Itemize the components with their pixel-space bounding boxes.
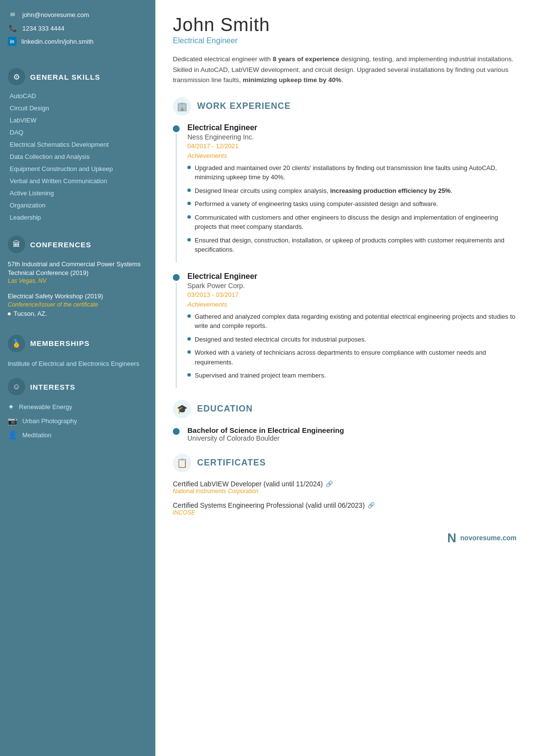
- skill-data-collection: Data Collection and Analysis: [8, 153, 148, 160]
- skill-daq: DAQ: [8, 129, 148, 136]
- linkedin-icon: in: [8, 37, 17, 46]
- certificates-section-title: CERTIFICATES: [197, 458, 266, 468]
- cert-1-link-icon[interactable]: 🔗: [326, 481, 333, 487]
- timeline-line: [176, 134, 177, 262]
- job-1: Electrical Engineer Ness Engineering Inc…: [173, 123, 517, 262]
- interests-list: ✦ Renewable Energy 📷 Urban Photography 👤…: [8, 402, 148, 445]
- logo-text: novoresume.com: [460, 534, 517, 542]
- bullet-dot: [187, 373, 191, 377]
- job-2-achievements-label: Achievements: [187, 301, 517, 308]
- job-1-dates: 04/2017 - 12/2021: [187, 142, 517, 150]
- job-1-bullet-5: Ensured that design, construction, insta…: [187, 236, 517, 255]
- skill-communication: Verbal and Written Communication: [8, 177, 148, 185]
- skill-leadership: Leadership: [8, 214, 148, 221]
- work-experience-section: 🏢 WORK EXPERIENCE Electrical Engineer Ne…: [173, 97, 517, 388]
- education-icon: 🎓: [173, 400, 191, 418]
- education-header: 🎓 EDUCATION: [173, 400, 517, 418]
- skill-schematics: Electrical Schematics Development: [8, 141, 148, 148]
- skill-labview: LabVIEW: [8, 117, 148, 124]
- candidate-name: John Smith: [173, 15, 517, 35]
- bullet-dot: [187, 202, 191, 205]
- certificates-header: 📋 CERTIFICATES: [173, 454, 517, 472]
- bullet-dot: [187, 350, 191, 354]
- skill-listening: Active Listening: [8, 189, 148, 197]
- skill-circuit-design: Circuit Design: [8, 104, 148, 112]
- job-1-bullet-1: Upgraded and maintained over 20 clients'…: [187, 163, 517, 182]
- skill-autocad: AutoCAD: [8, 92, 148, 100]
- job-1-content: Electrical Engineer Ness Engineering Inc…: [187, 123, 517, 262]
- memberships-list: Institute of Electrical and Electronics …: [8, 359, 148, 369]
- skill-organization: Organization: [8, 202, 148, 209]
- interest-renewable: ✦ Renewable Energy: [8, 402, 148, 412]
- cert-2: Certified Systems Engineering Profession…: [173, 501, 517, 516]
- job-1-title: Electrical Engineer: [187, 123, 517, 132]
- sidebar: ✉ john@novoresume.com 📞 1234 333 4444 in…: [0, 0, 155, 756]
- interest-meditation: 👤 Meditation: [8, 430, 148, 440]
- job-1-bullet-2: Designed linear circuits using complex a…: [187, 186, 517, 196]
- bullet-dot: [187, 337, 191, 341]
- photography-icon: 📷: [8, 416, 17, 426]
- skills-icon: ⚙: [8, 68, 25, 86]
- conference-2-city: Tucson, AZ.: [8, 310, 148, 317]
- interest-photography: 📷 Urban Photography: [8, 416, 148, 426]
- candidate-title: Electrical Engineer: [173, 36, 517, 45]
- cert-1: Certified LabVIEW Developer (valid until…: [173, 480, 517, 495]
- job-2: Electrical Engineer Spark Power Corp. 03…: [173, 272, 517, 388]
- timeline-line: [176, 283, 177, 388]
- job-2-content: Electrical Engineer Spark Power Corp. 03…: [187, 272, 517, 388]
- job-2-bullet-1: Gathered and analyzed complex data regar…: [187, 312, 517, 331]
- logo-n-icon: N: [447, 531, 456, 546]
- work-experience-header: 🏢 WORK EXPERIENCE: [173, 97, 517, 116]
- bullet-dot: [187, 238, 191, 241]
- phone-icon: 📞: [8, 23, 17, 33]
- contact-phone: 📞 1234 333 4444: [8, 23, 148, 33]
- job-2-dates: 03/2013 - 03/2017: [187, 291, 517, 298]
- timeline-dot: [173, 274, 180, 281]
- job-2-bullet-3: Worked with a variety of technicians acr…: [187, 348, 517, 367]
- certificates-section: 📋 CERTIFICATES Certified LabVIEW Develop…: [173, 454, 517, 516]
- edu-degree: Bachelor of Science in Electrical Engine…: [187, 426, 517, 434]
- cert-1-issuer: National Instruments Corporation: [173, 488, 517, 495]
- job-1-bullet-3: Performed a variety of engineering tasks…: [187, 199, 517, 209]
- summary: Dedicated electrical engineer with 8 yea…: [173, 54, 517, 86]
- job-2-company: Spark Power Corp.: [187, 282, 517, 290]
- work-icon: 🏢: [173, 97, 191, 116]
- cert-2-name: Certified Systems Engineering Profession…: [173, 501, 517, 509]
- conferences-header: 🏛 CONFERENCES: [8, 236, 148, 253]
- bullet-dot: [187, 166, 191, 169]
- memberships-icon: 🏅: [8, 335, 25, 352]
- job-2-bullet-4: Supervised and trained project team memb…: [187, 371, 517, 380]
- footer-logo: N novoresume.com: [173, 531, 517, 546]
- job-1-bullet-4: Communicated with customers and other en…: [187, 213, 517, 232]
- conference-2: Electrical Safety Workshop (2019) Confer…: [8, 292, 148, 317]
- job-1-company: Ness Engineering Inc.: [187, 133, 517, 141]
- cert-2-link-icon[interactable]: 🔗: [367, 502, 375, 509]
- contact-linkedin[interactable]: in linkedin.com/in/john.smith: [8, 37, 148, 46]
- main-content: John Smith Electrical Engineer Dedicated…: [155, 0, 534, 756]
- skill-equipment: Equipment Construction and Upkeep: [8, 165, 148, 172]
- contact-section: ✉ john@novoresume.com 📞 1234 333 4444 in…: [8, 10, 148, 50]
- bullet-dot: [187, 215, 191, 219]
- email-icon: ✉: [8, 10, 17, 19]
- renewable-icon: ✦: [8, 402, 14, 412]
- cert-2-issuer: INCOSE: [173, 509, 517, 516]
- job-2-timeline: [173, 272, 180, 388]
- membership-ieee: Institute of Electrical and Electronics …: [8, 359, 148, 369]
- job-2-bullet-2: Designed and tested electrical circuits …: [187, 335, 517, 344]
- conference-1: 57th Industrial and Commercial Power Sys…: [8, 260, 148, 284]
- cert-1-name: Certified LabVIEW Developer (valid until…: [173, 480, 517, 488]
- general-skills-header: ⚙ GENERAL SKILLS: [8, 68, 148, 86]
- candidate-header: John Smith Electrical Engineer: [173, 15, 517, 45]
- memberships-header: 🏅 MEMBERSHIPS: [8, 335, 148, 352]
- certificates-icon: 📋: [173, 454, 191, 472]
- job-1-achievements-label: Achievements: [187, 152, 517, 159]
- edu-school: University of Colorado Boulder: [187, 434, 517, 442]
- interests-icon: ☺: [8, 378, 25, 395]
- edu-timeline: [173, 426, 180, 442]
- education-section-title: EDUCATION: [197, 404, 253, 414]
- skills-list: AutoCAD Circuit Design LabVIEW DAQ Elect…: [8, 92, 148, 226]
- job-1-timeline: [173, 123, 180, 262]
- contact-email[interactable]: ✉ john@novoresume.com: [8, 10, 148, 19]
- bullet-dot: [187, 314, 191, 318]
- bullet-dot: [187, 189, 191, 192]
